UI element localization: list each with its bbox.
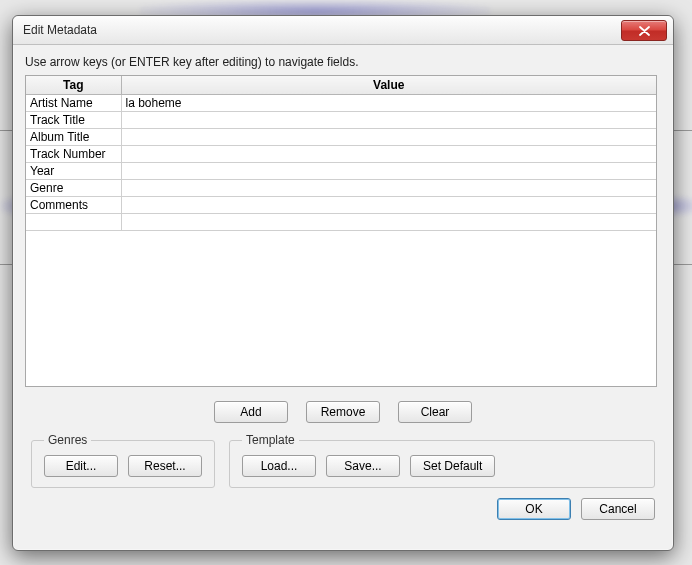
- table-row[interactable]: Artist Name la boheme: [26, 95, 656, 112]
- value-cell[interactable]: [121, 214, 656, 231]
- window-title: Edit Metadata: [23, 23, 97, 37]
- edit-metadata-dialog: Edit Metadata Use arrow keys (or ENTER k…: [12, 15, 674, 551]
- cancel-button[interactable]: Cancel: [581, 498, 655, 520]
- tag-cell[interactable]: Track Title: [26, 112, 121, 129]
- template-save-button[interactable]: Save...: [326, 455, 400, 477]
- remove-button[interactable]: Remove: [306, 401, 380, 423]
- genres-legend: Genres: [44, 433, 91, 447]
- template-setdefault-button[interactable]: Set Default: [410, 455, 495, 477]
- close-icon: [639, 26, 650, 36]
- tag-cell[interactable]: Genre: [26, 180, 121, 197]
- instruction-text: Use arrow keys (or ENTER key after editi…: [25, 55, 661, 69]
- genres-group: Genres Edit... Reset...: [31, 433, 215, 488]
- tag-cell[interactable]: Album Title: [26, 129, 121, 146]
- value-cell[interactable]: [121, 180, 656, 197]
- dialog-client-area: Use arrow keys (or ENTER key after editi…: [13, 45, 673, 550]
- row-action-buttons: Add Remove Clear: [25, 401, 661, 423]
- value-cell[interactable]: [121, 112, 656, 129]
- value-cell[interactable]: [121, 146, 656, 163]
- value-cell[interactable]: [121, 163, 656, 180]
- table-row[interactable]: Comments: [26, 197, 656, 214]
- template-legend: Template: [242, 433, 299, 447]
- dialog-footer: OK Cancel: [25, 498, 661, 522]
- clear-button[interactable]: Clear: [398, 401, 472, 423]
- value-cell[interactable]: [121, 197, 656, 214]
- column-header-tag[interactable]: Tag: [26, 76, 121, 95]
- tag-cell[interactable]: [26, 214, 121, 231]
- table-row[interactable]: Year: [26, 163, 656, 180]
- metadata-grid[interactable]: Tag Value Artist Name la boheme Track Ti…: [25, 75, 657, 387]
- column-header-value[interactable]: Value: [121, 76, 656, 95]
- lower-groups: Genres Edit... Reset... Template Load...…: [31, 433, 655, 488]
- genres-edit-button[interactable]: Edit...: [44, 455, 118, 477]
- template-load-button[interactable]: Load...: [242, 455, 316, 477]
- table-row[interactable]: [26, 214, 656, 231]
- tag-cell[interactable]: Year: [26, 163, 121, 180]
- tag-cell[interactable]: Artist Name: [26, 95, 121, 112]
- tag-cell[interactable]: Comments: [26, 197, 121, 214]
- table-row[interactable]: Album Title: [26, 129, 656, 146]
- table-row[interactable]: Track Title: [26, 112, 656, 129]
- tag-cell[interactable]: Track Number: [26, 146, 121, 163]
- genres-reset-button[interactable]: Reset...: [128, 455, 202, 477]
- value-cell[interactable]: [121, 129, 656, 146]
- template-group: Template Load... Save... Set Default: [229, 433, 655, 488]
- table-row[interactable]: Genre: [26, 180, 656, 197]
- close-button[interactable]: [621, 20, 667, 41]
- table-row[interactable]: Track Number: [26, 146, 656, 163]
- ok-button[interactable]: OK: [497, 498, 571, 520]
- add-button[interactable]: Add: [214, 401, 288, 423]
- titlebar[interactable]: Edit Metadata: [13, 16, 673, 45]
- value-cell[interactable]: la boheme: [121, 95, 656, 112]
